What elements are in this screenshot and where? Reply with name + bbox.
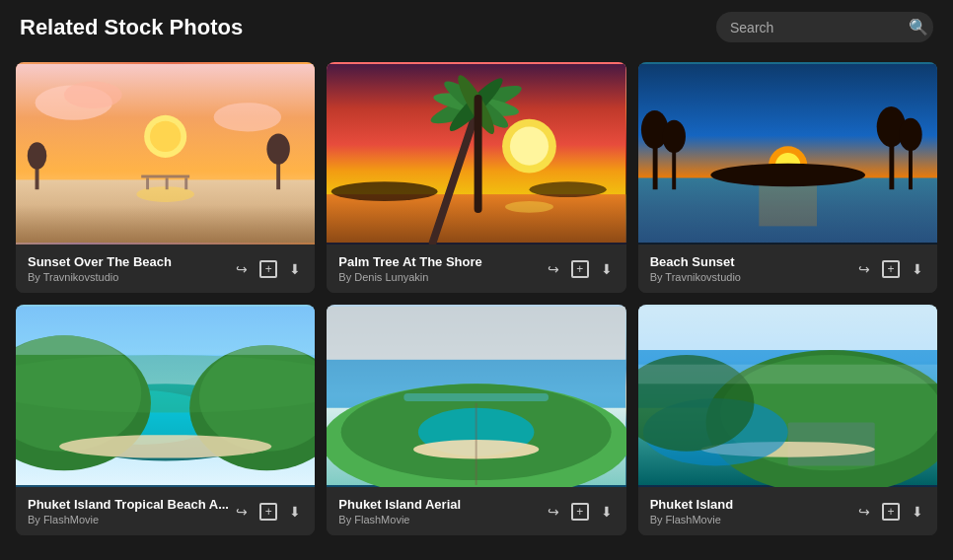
- add-to-collection-button[interactable]: +: [257, 501, 279, 523]
- download-icon: ⬇: [289, 261, 301, 277]
- svg-point-28: [530, 181, 607, 197]
- card-info: Beach SunsetBy Travnikovstudio↪+⬇: [638, 245, 937, 293]
- share-button[interactable]: ↪: [234, 259, 250, 279]
- photo-image-phuket-island: [638, 305, 937, 487]
- card-actions: ↪+⬇: [856, 258, 925, 280]
- page-title: Related Stock Photos: [20, 15, 243, 40]
- svg-point-18: [510, 127, 549, 166]
- svg-point-42: [710, 164, 865, 186]
- photo-grid: Sunset Over The BeachBy Travnikovstudio↪…: [0, 54, 953, 551]
- card-author: By FlashMovie: [338, 514, 545, 525]
- share-button[interactable]: ↪: [546, 259, 561, 279]
- card-author: By Travnikovstudio: [28, 271, 234, 283]
- add-icon: +: [882, 503, 900, 521]
- search-container: 🔍: [716, 12, 933, 42]
- download-icon: ⬇: [601, 504, 613, 520]
- search-input[interactable]: [730, 20, 903, 35]
- download-icon: ⬇: [601, 261, 613, 277]
- svg-point-6: [64, 82, 122, 108]
- app-container: Related Stock Photos 🔍: [0, 0, 953, 551]
- photo-card-phuket-tropical[interactable]: Phuket Island Tropical Beach A...By Flas…: [16, 305, 315, 535]
- card-author: By Denis Lunyakin: [338, 271, 545, 283]
- svg-rect-15: [184, 177, 187, 189]
- download-button[interactable]: ⬇: [599, 259, 615, 279]
- card-title: Phuket Island Aerial: [338, 497, 545, 512]
- share-icon: ↪: [858, 504, 870, 520]
- download-icon: ⬇: [912, 504, 923, 520]
- share-button[interactable]: ↪: [546, 502, 561, 522]
- share-button[interactable]: ↪: [234, 502, 250, 522]
- card-author: By Travnikovstudio: [650, 271, 856, 283]
- download-button[interactable]: ⬇: [910, 502, 925, 522]
- svg-rect-12: [141, 175, 189, 178]
- add-to-collection-button[interactable]: +: [880, 258, 902, 280]
- add-to-collection-button[interactable]: +: [569, 258, 591, 280]
- header: Related Stock Photos 🔍: [0, 0, 953, 54]
- photo-card-phuket-island[interactable]: Phuket IslandBy FlashMovie↪+⬇: [638, 305, 937, 535]
- card-actions: ↪+⬇: [234, 501, 303, 523]
- svg-rect-63: [638, 307, 937, 350]
- download-button[interactable]: ⬇: [287, 502, 303, 522]
- card-author: By FlashMovie: [28, 514, 234, 525]
- card-actions: ↪+⬇: [856, 501, 925, 523]
- svg-rect-60: [404, 393, 550, 401]
- add-icon: +: [259, 260, 277, 278]
- photo-image-beach-sunset: [638, 62, 937, 245]
- card-info: Phuket IslandBy FlashMovie↪+⬇: [638, 487, 937, 535]
- share-button[interactable]: ↪: [856, 259, 872, 279]
- photo-image-sunset-beach: [16, 62, 315, 245]
- download-icon: ⬇: [289, 504, 301, 520]
- card-info: Phuket Island AerialBy FlashMovie↪+⬇: [327, 487, 625, 535]
- download-button[interactable]: ⬇: [599, 502, 615, 522]
- card-info: Palm Tree At The ShoreBy Denis Lunyakin↪…: [327, 245, 625, 293]
- share-icon: ↪: [548, 504, 559, 520]
- card-actions: ↪+⬇: [546, 501, 615, 523]
- photo-image-phuket-aerial: [327, 305, 625, 487]
- download-icon: ⬇: [912, 261, 923, 277]
- add-to-collection-button[interactable]: +: [880, 501, 902, 523]
- svg-point-37: [662, 120, 685, 153]
- download-button[interactable]: ⬇: [910, 259, 925, 279]
- svg-point-7: [214, 103, 281, 131]
- share-icon: ↪: [236, 504, 248, 520]
- svg-rect-54: [327, 307, 625, 360]
- add-to-collection-button[interactable]: +: [569, 501, 591, 523]
- card-actions: ↪+⬇: [234, 258, 303, 280]
- card-info: Phuket Island Tropical Beach A...By Flas…: [16, 487, 315, 535]
- share-button[interactable]: ↪: [856, 502, 872, 522]
- download-button[interactable]: ⬇: [287, 259, 303, 279]
- add-to-collection-button[interactable]: +: [257, 258, 279, 280]
- card-info: Sunset Over The BeachBy Travnikovstudio↪…: [16, 245, 315, 293]
- svg-point-11: [266, 133, 289, 164]
- card-author: By FlashMovie: [650, 514, 856, 525]
- share-icon: ↪: [858, 261, 870, 277]
- svg-point-27: [331, 181, 438, 201]
- card-actions: ↪+⬇: [546, 258, 615, 280]
- svg-rect-51: [16, 307, 315, 355]
- add-icon: +: [882, 260, 900, 278]
- card-title: Palm Tree At The Shore: [338, 254, 545, 269]
- photo-card-beach-sunset[interactable]: Beach SunsetBy Travnikovstudio↪+⬇: [638, 62, 937, 293]
- card-title: Sunset Over The Beach: [28, 254, 234, 269]
- card-title: Phuket Island: [650, 497, 856, 512]
- svg-point-2: [150, 121, 181, 152]
- photo-card-palm-shore[interactable]: Palm Tree At The ShoreBy Denis Lunyakin↪…: [327, 62, 625, 293]
- svg-point-20: [505, 201, 553, 213]
- share-icon: ↪: [548, 261, 559, 277]
- svg-point-52: [16, 355, 315, 413]
- card-title: Phuket Island Tropical Beach A...: [28, 497, 234, 512]
- add-icon: +: [259, 503, 277, 521]
- photo-image-phuket-tropical: [16, 305, 315, 487]
- card-title: Beach Sunset: [650, 254, 856, 269]
- svg-rect-19: [327, 194, 625, 243]
- photo-card-phuket-aerial[interactable]: Phuket Island AerialBy FlashMovie↪+⬇: [327, 305, 625, 535]
- svg-point-41: [899, 118, 921, 151]
- svg-rect-71: [638, 365, 937, 385]
- svg-point-9: [28, 142, 47, 169]
- photo-card-sunset-beach[interactable]: Sunset Over The BeachBy Travnikovstudio↪…: [16, 62, 315, 293]
- add-icon: +: [571, 503, 589, 521]
- svg-rect-13: [146, 177, 149, 189]
- share-icon: ↪: [236, 261, 248, 277]
- svg-rect-14: [166, 177, 169, 189]
- photo-image-palm-shore: [327, 62, 625, 245]
